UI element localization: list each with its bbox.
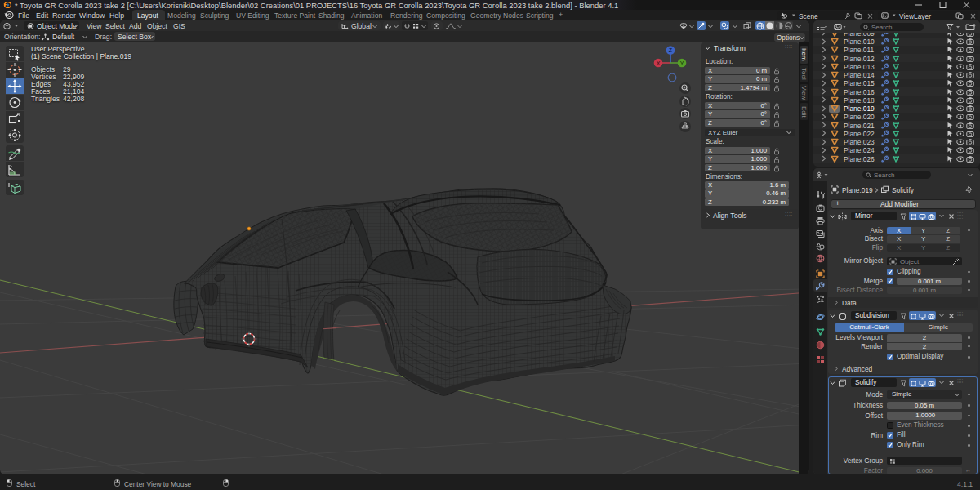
svg-text:Z: Z — [669, 47, 673, 53]
svg-text:X: X — [657, 60, 661, 66]
svg-text:Y: Y — [680, 60, 684, 66]
